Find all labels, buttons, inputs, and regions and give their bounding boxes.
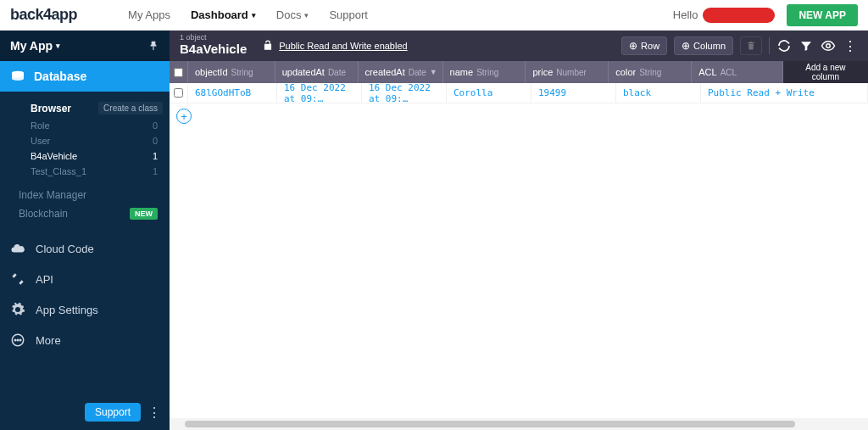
sidebar-item-api[interactable]: API (0, 264, 170, 294)
add-new-column-button[interactable]: Add a new column (783, 61, 868, 83)
top-nav: back4app My Apps Dashboard ▾ Docs ▾ Supp… (0, 0, 868, 31)
class-item-b4avehicle[interactable]: B4aVehicle1 (19, 148, 170, 164)
cell-color[interactable]: black (616, 83, 701, 103)
hello-label: Hello (673, 8, 698, 21)
chevron-down-icon: ▾ (252, 11, 256, 20)
plus-icon: ⊕ (629, 40, 637, 52)
eye-icon[interactable] (821, 38, 836, 53)
user-redacted (703, 8, 775, 23)
add-row-button[interactable]: ⊕Row (621, 36, 667, 55)
security-link[interactable]: Public Read and Write enabled (279, 41, 407, 51)
horizontal-scrollbar[interactable] (170, 418, 868, 430)
filter-icon[interactable] (798, 38, 814, 53)
column-headers: objectIdString updatedAtDate createdAtDa… (170, 61, 868, 83)
cell-name[interactable]: Corolla (447, 83, 531, 103)
col-name[interactable]: nameString (443, 61, 526, 83)
class-item-role[interactable]: Role0 (19, 118, 170, 133)
col-price[interactable]: priceNumber (526, 61, 609, 83)
object-count: 1 object (180, 33, 207, 42)
database-icon (10, 70, 25, 82)
class-item-testclass1[interactable]: Test_Class_11 (19, 164, 170, 179)
unlock-icon (262, 40, 274, 52)
cell-createdat[interactable]: 16 Dec 2022 at 09:… (362, 83, 447, 103)
chevron-down-icon: ▾ (304, 11, 309, 20)
app-selector[interactable]: My App ▾ (0, 31, 170, 61)
select-all-checkbox[interactable] (170, 61, 188, 83)
cell-updatedat[interactable]: 16 Dec 2022 at 09:… (277, 83, 362, 103)
sidebar-item-settings[interactable]: App Settings (0, 294, 170, 325)
gear-icon (10, 302, 25, 317)
pin-icon[interactable] (147, 40, 159, 52)
cell-acl[interactable]: Public Read + Write (701, 83, 868, 103)
svg-point-2 (14, 339, 16, 341)
col-acl[interactable]: ACLACL (692, 61, 783, 83)
plus-icon: ⊕ (682, 40, 690, 52)
plug-icon (10, 271, 25, 287)
svg-point-3 (17, 339, 19, 341)
logo[interactable]: back4app (10, 6, 77, 24)
cloud-icon (10, 241, 25, 256)
sidebar-item-database[interactable]: Database (0, 61, 170, 92)
cell-objectid[interactable]: 68lGOdHToB (188, 83, 277, 103)
delete-button[interactable] (740, 36, 762, 55)
col-createdat[interactable]: createdAtDate▼ (359, 61, 443, 83)
table-header: 1 object B4aVehicle Public Read and Writ… (170, 31, 868, 61)
sidebar: My App ▾ Database Browser Create a class… (0, 31, 170, 430)
nav-support[interactable]: Support (329, 8, 368, 21)
nav-items: My Apps Dashboard ▾ Docs ▾ Support (128, 8, 368, 21)
sidebar-item-more[interactable]: More (0, 325, 170, 355)
new-badge: NEW (130, 208, 158, 220)
sort-desc-icon: ▼ (430, 68, 437, 76)
svg-point-4 (19, 339, 21, 341)
nav-docs[interactable]: Docs ▾ (276, 8, 309, 21)
browser-header: Browser Create a class (19, 98, 170, 118)
nav-dashboard[interactable]: Dashboard ▾ (191, 8, 256, 21)
svg-point-5 (826, 44, 831, 48)
col-updatedat[interactable]: updatedAtDate (275, 61, 359, 83)
table-row[interactable]: 68lGOdHToB 16 Dec 2022 at 09:… 16 Dec 20… (170, 83, 868, 103)
kebab-icon[interactable]: ⋮ (843, 38, 858, 53)
col-objectid[interactable]: objectIdString (188, 61, 275, 83)
more-icon (10, 332, 25, 348)
row-checkbox[interactable] (170, 83, 188, 103)
support-button[interactable]: Support (85, 403, 141, 422)
refresh-icon[interactable] (776, 38, 792, 53)
col-color[interactable]: colorString (609, 61, 692, 83)
add-row-circle[interactable]: + (176, 109, 192, 124)
chevron-down-icon: ▾ (56, 42, 60, 50)
cell-price[interactable]: 19499 (531, 83, 616, 103)
create-class-button[interactable]: Create a class (98, 102, 163, 114)
kebab-icon[interactable]: ⋮ (147, 405, 161, 421)
add-column-button[interactable]: ⊕Column (674, 36, 733, 55)
content: 1 object B4aVehicle Public Read and Writ… (170, 31, 868, 430)
sidebar-index-manager[interactable]: Index Manager (0, 186, 170, 204)
class-title: B4aVehicle (180, 42, 247, 56)
nav-myapps[interactable]: My Apps (128, 8, 170, 21)
class-item-user[interactable]: User0 (19, 133, 170, 148)
new-app-button[interactable]: NEW APP (787, 4, 858, 26)
sidebar-item-cloudcode[interactable]: Cloud Code (0, 233, 170, 264)
sidebar-blockchain[interactable]: BlockchainNEW (0, 204, 170, 223)
